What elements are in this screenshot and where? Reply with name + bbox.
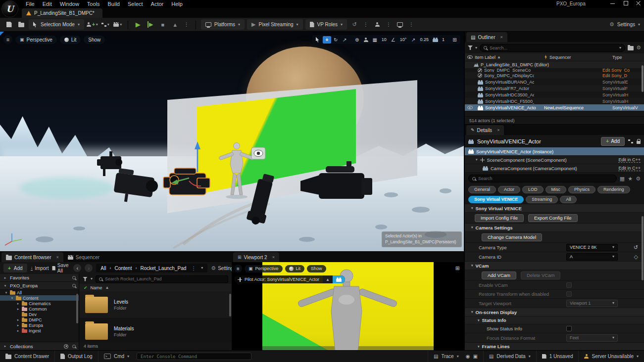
select-tool[interactable] <box>314 36 322 44</box>
camera-view-toggle[interactable] <box>333 275 345 283</box>
tree-item-cinematics[interactable]: ▸Cinematics <box>0 301 79 306</box>
sequencer-column[interactable]: Sequencer <box>544 55 612 60</box>
filter-chip-misc[interactable]: Misc <box>545 186 567 193</box>
performer-button[interactable] <box>372 20 382 30</box>
camera-speed-value[interactable]: 1 <box>440 37 446 42</box>
import-config-button[interactable]: Import Config File <box>475 214 524 222</box>
enable-vcam-checkbox[interactable] <box>566 282 572 288</box>
close-icon[interactable]: × <box>497 128 499 133</box>
maximize-icon[interactable] <box>623 0 628 5</box>
stage-monitor-kebab[interactable]: ⋮ <box>407 22 415 27</box>
filter-chip-rendering[interactable]: Rendering <box>597 186 630 193</box>
skip-button[interactable]: ▶ <box>146 20 155 30</box>
display-options-icon[interactable]: ▦ <box>620 176 625 182</box>
rotate-tool[interactable]: ↻ <box>332 36 340 44</box>
section-sony-virtual-venice[interactable]: ▾Sony Virtual VENICE <box>465 204 644 213</box>
menu-edit[interactable]: Edit <box>39 0 56 7</box>
asset-scrollbar[interactable] <box>229 294 231 317</box>
take-recorder-kebab[interactable]: ⋮ <box>362 22 370 27</box>
edit-in-cpp-link[interactable]: Edit in C++ <box>618 157 641 163</box>
table-row-selected[interactable]: SonyVirtualVENICE_Acto NewLevelSequence … <box>465 104 644 111</box>
play-options-kebab[interactable]: ⋮ <box>183 22 191 27</box>
breadcrumb-content[interactable]: Content <box>114 266 132 271</box>
perspective-dropdown[interactable]: ▣Perspective <box>245 265 283 272</box>
quad-view-button[interactable]: ⊞ <box>455 265 460 272</box>
details-settings-icon[interactable]: ⚙ <box>636 176 641 182</box>
content-browser-button[interactable] <box>16 20 26 30</box>
filter-chip-lod[interactable]: LOD <box>522 186 544 193</box>
lit-dropdown[interactable]: Lit <box>285 265 305 272</box>
tree-scrollbar[interactable] <box>76 294 78 323</box>
eye-icon[interactable] <box>467 106 473 109</box>
target-viewport-dropdown[interactable]: Viewport 1▾ <box>566 300 618 307</box>
asset-item-levels[interactable]: LevelsFolder <box>79 291 232 318</box>
selection-mode-dropdown[interactable]: Selection Mode ▾ <box>29 19 84 30</box>
edit-in-cpp-link[interactable]: Edit in C++ <box>618 166 641 171</box>
grid-snap-toggle[interactable]: ▦ <box>371 36 379 44</box>
component-row[interactable]: CameraComponent (CameraComponent) Edit i… <box>465 164 644 173</box>
table-row[interactable]: SonyVirtualBURANO_Act SonyVirtualE <box>465 79 644 85</box>
table-row[interactable]: Sony_DMPC_nDisplayCo Edit Sony_D <box>465 72 644 79</box>
search-icon[interactable] <box>72 345 76 348</box>
content-drawer-button[interactable]: Content Drawer <box>0 351 55 362</box>
path-options-kebab[interactable]: ⋮ <box>190 266 198 271</box>
filter-chip-actor[interactable]: Actor <box>498 186 520 193</box>
menu-help[interactable]: Help <box>167 0 187 7</box>
table-row[interactable]: SonyVirtualFR7_Actor SonyVirtualF <box>465 85 644 91</box>
camera-speed-button[interactable] <box>431 36 440 44</box>
settings-dropdown[interactable]: Settings <box>617 22 635 27</box>
section-status-info[interactable]: ▾Status Info <box>465 317 644 324</box>
outliner-scrollbar[interactable] <box>642 65 644 92</box>
filter-chip-sony-virtual-venice[interactable]: Sony Virtual VENICE <box>468 196 524 203</box>
asset-item-materials[interactable]: MaterialsFolder <box>79 318 232 342</box>
add-component-button[interactable]: + Add <box>601 137 625 146</box>
save-button[interactable] <box>4 20 14 30</box>
main-viewport[interactable]: ≡ ▣Perspective Lit Show + ↻ ↗ ⊕ ▦ 10 ∠ 1… <box>0 32 464 251</box>
add-button[interactable]: + Add <box>3 264 27 272</box>
cinematics-button[interactable]: ▾ <box>113 20 123 30</box>
filter-chip-streaming[interactable]: Streaming <box>526 196 558 203</box>
stage-monitor-button[interactable] <box>395 20 405 30</box>
performer-kebab[interactable]: ⋮ <box>385 22 393 27</box>
details-scrollbar[interactable] <box>642 216 644 280</box>
tree-item-ingest[interactable]: ▸Ingest <box>0 328 79 333</box>
world-space-toggle[interactable]: ⊕ <box>353 36 361 44</box>
restore-transform-checkbox[interactable] <box>566 291 572 297</box>
camera-id-dropdown[interactable]: A▾ <box>566 253 618 261</box>
delete-vcam-button[interactable]: Delete VCam <box>521 272 561 279</box>
lock-icon[interactable] <box>637 141 641 144</box>
add-vcam-button[interactable]: Add VCam <box>482 272 516 279</box>
close-icon[interactable] <box>636 0 641 5</box>
scale-snap-toggle[interactable]: ↗ <box>409 36 417 44</box>
minimize-icon[interactable] <box>610 0 615 5</box>
outliner-level-row[interactable]: P_LandingSite_B1_DMPC (Editor) <box>465 61 644 68</box>
tab-viewport2[interactable]: ⊞ Viewport 2 × <box>233 252 279 262</box>
section-frame-lines[interactable]: ▾Frame Lines <box>465 343 644 350</box>
show-status-info-checkbox[interactable] <box>566 326 572 331</box>
menu-tools[interactable]: Tools <box>83 0 104 7</box>
focus-distance-format-dropdown[interactable]: Feet▾ <box>566 334 618 342</box>
viewport-menu-button[interactable]: ≡ <box>3 35 12 44</box>
server-status-dropdown[interactable]: Server Unavailable ▾ <box>578 351 644 362</box>
table-row[interactable]: Sony_DMPC_SceneCo Edit Sony_Co <box>465 68 644 72</box>
tab-content-browser[interactable]: Content Browser × <box>1 252 63 262</box>
unsaved-button[interactable]: 1 Unsaved <box>536 351 579 362</box>
new-folder-icon[interactable] <box>628 46 634 50</box>
platforms-dropdown[interactable]: Platforms ▾ <box>201 19 245 30</box>
level-tab[interactable]: P_LandingSite_B1_DMPC* <box>22 8 102 18</box>
forward-button[interactable]: › <box>85 264 93 272</box>
cmd-dropdown[interactable]: >_ Cmd ▾ <box>99 351 135 362</box>
reset-icon[interactable]: ↺ <box>634 244 638 251</box>
vp-roles-dropdown[interactable]: VP Roles ▾ <box>305 19 347 30</box>
search-icon[interactable] <box>72 284 76 287</box>
breadcrumb-rocket-launch-pad[interactable]: Rocket_Launch_Pad <box>140 266 186 271</box>
rotation-snap-value[interactable]: 10° <box>398 37 409 42</box>
scale-tool[interactable]: ↗ <box>341 36 349 44</box>
lit-dropdown[interactable]: Lit <box>60 36 81 44</box>
menu-select[interactable]: Select <box>124 0 147 7</box>
tree-item-dev[interactable]: Dev <box>0 312 79 317</box>
import-button[interactable]: ↓ Import <box>31 266 49 271</box>
save-all-button[interactable]: Save All <box>52 263 70 273</box>
tree-item-content[interactable]: ▾Content <box>0 295 79 301</box>
section-camera-settings[interactable]: ▾Camera Settings <box>465 224 644 232</box>
